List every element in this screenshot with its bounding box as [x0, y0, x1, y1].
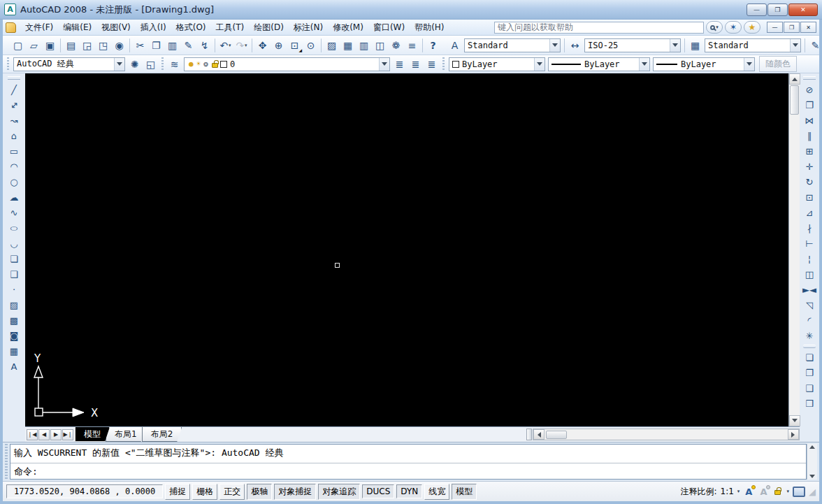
resize-grip-icon[interactable]: ◢ — [809, 487, 816, 496]
offset-icon[interactable]: ∥ — [800, 128, 819, 143]
menu-insert[interactable]: 插入(I) — [136, 20, 171, 35]
3d-dwf-icon[interactable]: ◉ — [111, 37, 127, 53]
table-icon[interactable]: ▦ — [5, 343, 23, 359]
layer-viewport-freeze-icon[interactable]: ❂ — [203, 59, 208, 69]
polygon-icon[interactable]: ⌂ — [5, 128, 23, 143]
tab-layout1[interactable]: 布局1 — [106, 427, 146, 442]
paste-icon[interactable]: ▥ — [164, 37, 180, 53]
break-at-point-icon[interactable]: ¦ — [800, 251, 819, 266]
workspace-combo[interactable]: AutoCAD 经典 — [13, 57, 125, 71]
spline-icon[interactable]: ∿ — [5, 205, 23, 220]
workspace-settings-gear-icon[interactable]: ✺ — [127, 56, 143, 72]
layer-states-manager-icon[interactable]: ≣ — [408, 56, 424, 72]
gradient-icon[interactable]: ▩ — [5, 312, 23, 328]
multiline-text-icon[interactable]: A — [5, 359, 23, 374]
close-button[interactable]: ✕ — [788, 3, 818, 16]
menu-view[interactable]: 视图(V) — [96, 20, 136, 35]
toggle-ortho[interactable]: 正交 — [219, 484, 245, 500]
chamfer-icon[interactable]: ◹ — [800, 297, 819, 312]
move-icon[interactable]: ✛ — [800, 159, 819, 174]
arc-icon[interactable]: ◠ — [5, 159, 23, 174]
properties-palette-icon[interactable]: ▨ — [324, 37, 340, 53]
join-icon[interactable]: ►◄ — [800, 282, 819, 297]
explode-icon[interactable]: ✳ — [800, 328, 819, 343]
circle-icon[interactable]: ○ — [5, 174, 23, 189]
command-scroll-down-icon[interactable] — [809, 475, 815, 481]
toggle-dyn[interactable]: DYN — [396, 484, 422, 498]
ellipse-arc-icon[interactable]: ◡ — [5, 236, 23, 251]
polyline-icon[interactable]: ↝ — [5, 113, 23, 128]
vertical-scroll-track[interactable] — [789, 115, 800, 415]
toolbar-grip[interactable] — [7, 57, 9, 71]
fillet-icon[interactable]: ◜ — [800, 312, 819, 328]
bring-to-front-icon[interactable]: ❏ — [800, 350, 819, 365]
new-icon[interactable]: ▢ — [10, 37, 26, 53]
table-style-icon[interactable]: ▦ — [687, 37, 703, 53]
cut-icon[interactable]: ✂ — [132, 37, 148, 53]
command-scroll-up-icon[interactable] — [809, 442, 815, 449]
layer-on-bulb-icon[interactable]: ● — [189, 59, 194, 69]
first-tab-icon[interactable]: ❘◀ — [27, 429, 38, 440]
rotate-icon[interactable]: ↻ — [800, 174, 819, 189]
hatch-icon[interactable]: ▨ — [5, 297, 23, 312]
copy-object-icon[interactable]: ❐ — [800, 97, 819, 113]
dropdown-arrow-icon[interactable] — [670, 39, 680, 52]
ellipse-icon[interactable]: ○ — [5, 223, 23, 233]
dropdown-arrow-icon[interactable] — [639, 58, 649, 71]
help-search-input[interactable] — [494, 22, 704, 34]
make-block-icon[interactable]: ❑ — [5, 266, 23, 282]
toolbar-lock-icon[interactable] — [774, 490, 781, 495]
lineweight-combo[interactable]: ByLayer — [653, 57, 755, 71]
redo-icon[interactable]: ↷ — [233, 37, 250, 53]
layer-freeze-sun-icon[interactable]: ☀ — [196, 59, 201, 69]
annotation-scale-dropdown-icon[interactable]: ▾ — [737, 489, 740, 494]
document-minimize-button[interactable]: — — [767, 22, 783, 33]
menu-format[interactable]: 格式(O) — [171, 20, 211, 35]
point-icon[interactable]: · — [5, 282, 23, 297]
table-style-combo[interactable]: Standard — [705, 38, 801, 52]
linetype-combo[interactable]: ByLayer — [548, 57, 650, 71]
tab-model[interactable]: 模型 — [75, 427, 110, 442]
dropdown-arrow-icon[interactable] — [534, 58, 545, 71]
search-button[interactable]: ▾ — [706, 21, 723, 34]
pan-icon[interactable]: ✥ — [254, 37, 271, 53]
region-icon[interactable]: ◙ — [5, 328, 23, 343]
quickcalc-icon[interactable]: ≡ — [404, 37, 420, 53]
scroll-down-icon[interactable] — [789, 415, 800, 426]
menu-file[interactable]: 文件(F) — [20, 20, 58, 35]
menu-tools[interactable]: 工具(T) — [211, 20, 250, 35]
publish-icon[interactable]: ◳ — [95, 37, 111, 53]
send-to-back-icon[interactable]: ❐ — [800, 365, 819, 380]
toolbar-grip[interactable] — [161, 57, 164, 71]
toolbar-grip[interactable] — [803, 76, 816, 80]
dropdown-arrow-icon[interactable] — [114, 58, 124, 71]
toggle-polar[interactable]: 极轴 — [247, 484, 272, 500]
send-under-icon[interactable]: ❒ — [800, 396, 819, 411]
rectangle-icon[interactable]: ▭ — [5, 143, 23, 159]
dropdown-arrow-icon[interactable] — [790, 39, 800, 52]
dim-style-combo[interactable]: ISO-25 — [584, 38, 681, 52]
layer-combo[interactable]: ● ☀ ❂ 0 — [184, 57, 390, 71]
scrollbar-splitter[interactable] — [526, 429, 532, 440]
command-window-grip[interactable] — [5, 444, 8, 480]
undo-icon[interactable]: ↶ — [217, 37, 233, 53]
open-icon[interactable]: ▱ — [26, 37, 42, 53]
annotation-autoscale-icon[interactable]: A — [758, 487, 769, 497]
vertical-scroll-thumb[interactable] — [790, 85, 799, 115]
trim-icon[interactable]: ∤ — [800, 220, 819, 236]
toggle-snap[interactable]: 捕捉 — [165, 484, 190, 500]
clean-screen-button[interactable] — [793, 487, 805, 497]
menu-help[interactable]: 帮助(H) — [410, 20, 449, 35]
designcenter-icon[interactable]: ▦ — [340, 37, 356, 53]
sheet-set-manager-icon[interactable]: ◫ — [372, 37, 388, 53]
erase-icon[interactable]: ⊘ — [800, 82, 819, 97]
zoom-window-icon[interactable]: ⊡ — [287, 37, 303, 53]
copy-icon[interactable]: ❐ — [148, 37, 164, 53]
extend-icon[interactable]: ⊢ — [800, 236, 819, 251]
insert-block-icon[interactable]: ❏ — [5, 251, 23, 266]
save-icon[interactable]: ▣ — [42, 37, 58, 53]
annotation-visibility-icon[interactable]: A — [743, 487, 754, 497]
horizontal-scroll-thumb[interactable] — [546, 431, 567, 439]
toggle-ducs[interactable]: DUCS — [362, 484, 394, 498]
dropdown-arrow-icon[interactable] — [744, 58, 754, 71]
